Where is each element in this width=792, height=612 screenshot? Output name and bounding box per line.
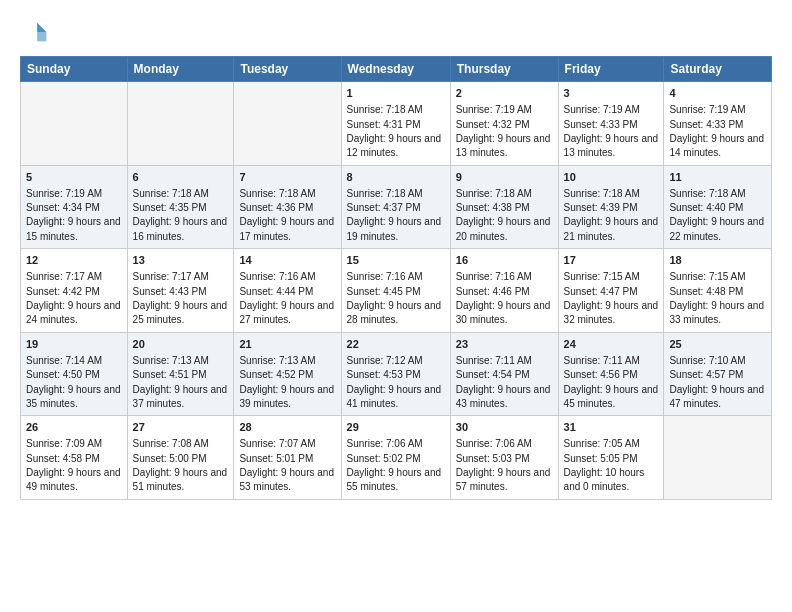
calendar-cell: 10 Sunrise: 7:18 AMSunset: 4:39 PMDaylig… xyxy=(558,165,664,249)
day-info: Sunrise: 7:11 AMSunset: 4:54 PMDaylight:… xyxy=(456,355,551,409)
day-info: Sunrise: 7:11 AMSunset: 4:56 PMDaylight:… xyxy=(564,355,659,409)
day-info: Sunrise: 7:06 AMSunset: 5:02 PMDaylight:… xyxy=(347,438,442,492)
day-number: 25 xyxy=(669,337,766,352)
day-number: 24 xyxy=(564,337,659,352)
calendar-cell: 2 Sunrise: 7:19 AMSunset: 4:32 PMDayligh… xyxy=(450,82,558,166)
day-number: 23 xyxy=(456,337,553,352)
day-info: Sunrise: 7:15 AMSunset: 4:47 PMDaylight:… xyxy=(564,271,659,325)
calendar-cell: 28 Sunrise: 7:07 AMSunset: 5:01 PMDaylig… xyxy=(234,416,341,500)
day-number: 30 xyxy=(456,420,553,435)
day-info: Sunrise: 7:17 AMSunset: 4:43 PMDaylight:… xyxy=(133,271,228,325)
logo-icon xyxy=(20,18,48,46)
calendar-cell: 20 Sunrise: 7:13 AMSunset: 4:51 PMDaylig… xyxy=(127,332,234,416)
day-number: 13 xyxy=(133,253,229,268)
calendar-cell: 24 Sunrise: 7:11 AMSunset: 4:56 PMDaylig… xyxy=(558,332,664,416)
calendar-cell: 13 Sunrise: 7:17 AMSunset: 4:43 PMDaylig… xyxy=(127,249,234,333)
calendar-cell: 18 Sunrise: 7:15 AMSunset: 4:48 PMDaylig… xyxy=(664,249,772,333)
day-number: 29 xyxy=(347,420,445,435)
calendar-cell xyxy=(664,416,772,500)
day-number: 9 xyxy=(456,170,553,185)
calendar-cell: 15 Sunrise: 7:16 AMSunset: 4:45 PMDaylig… xyxy=(341,249,450,333)
weekday-header: Wednesday xyxy=(341,57,450,82)
calendar-cell: 7 Sunrise: 7:18 AMSunset: 4:36 PMDayligh… xyxy=(234,165,341,249)
day-number: 19 xyxy=(26,337,122,352)
day-info: Sunrise: 7:19 AMSunset: 4:33 PMDaylight:… xyxy=(669,104,764,158)
weekday-header: Tuesday xyxy=(234,57,341,82)
day-number: 2 xyxy=(456,86,553,101)
day-info: Sunrise: 7:14 AMSunset: 4:50 PMDaylight:… xyxy=(26,355,121,409)
calendar-week-row: 5 Sunrise: 7:19 AMSunset: 4:34 PMDayligh… xyxy=(21,165,772,249)
calendar-header-row: SundayMondayTuesdayWednesdayThursdayFrid… xyxy=(21,57,772,82)
day-info: Sunrise: 7:17 AMSunset: 4:42 PMDaylight:… xyxy=(26,271,121,325)
weekday-header: Sunday xyxy=(21,57,128,82)
day-info: Sunrise: 7:10 AMSunset: 4:57 PMDaylight:… xyxy=(669,355,764,409)
day-number: 16 xyxy=(456,253,553,268)
day-number: 3 xyxy=(564,86,659,101)
day-number: 6 xyxy=(133,170,229,185)
calendar-cell: 12 Sunrise: 7:17 AMSunset: 4:42 PMDaylig… xyxy=(21,249,128,333)
day-number: 28 xyxy=(239,420,335,435)
day-info: Sunrise: 7:18 AMSunset: 4:31 PMDaylight:… xyxy=(347,104,442,158)
calendar-cell: 8 Sunrise: 7:18 AMSunset: 4:37 PMDayligh… xyxy=(341,165,450,249)
day-number: 27 xyxy=(133,420,229,435)
day-info: Sunrise: 7:18 AMSunset: 4:37 PMDaylight:… xyxy=(347,188,442,242)
day-number: 7 xyxy=(239,170,335,185)
day-number: 17 xyxy=(564,253,659,268)
calendar-cell: 27 Sunrise: 7:08 AMSunset: 5:00 PMDaylig… xyxy=(127,416,234,500)
calendar-cell: 9 Sunrise: 7:18 AMSunset: 4:38 PMDayligh… xyxy=(450,165,558,249)
calendar-cell: 17 Sunrise: 7:15 AMSunset: 4:47 PMDaylig… xyxy=(558,249,664,333)
header xyxy=(20,18,772,46)
day-number: 31 xyxy=(564,420,659,435)
calendar-table: SundayMondayTuesdayWednesdayThursdayFrid… xyxy=(20,56,772,500)
calendar-cell xyxy=(21,82,128,166)
calendar-cell: 26 Sunrise: 7:09 AMSunset: 4:58 PMDaylig… xyxy=(21,416,128,500)
calendar-cell: 19 Sunrise: 7:14 AMSunset: 4:50 PMDaylig… xyxy=(21,332,128,416)
calendar-cell: 31 Sunrise: 7:05 AMSunset: 5:05 PMDaylig… xyxy=(558,416,664,500)
calendar-cell: 30 Sunrise: 7:06 AMSunset: 5:03 PMDaylig… xyxy=(450,416,558,500)
day-number: 26 xyxy=(26,420,122,435)
day-info: Sunrise: 7:16 AMSunset: 4:45 PMDaylight:… xyxy=(347,271,442,325)
calendar-week-row: 26 Sunrise: 7:09 AMSunset: 4:58 PMDaylig… xyxy=(21,416,772,500)
day-info: Sunrise: 7:16 AMSunset: 4:46 PMDaylight:… xyxy=(456,271,551,325)
day-number: 21 xyxy=(239,337,335,352)
day-number: 1 xyxy=(347,86,445,101)
calendar-cell: 11 Sunrise: 7:18 AMSunset: 4:40 PMDaylig… xyxy=(664,165,772,249)
day-info: Sunrise: 7:15 AMSunset: 4:48 PMDaylight:… xyxy=(669,271,764,325)
calendar-cell: 23 Sunrise: 7:11 AMSunset: 4:54 PMDaylig… xyxy=(450,332,558,416)
day-info: Sunrise: 7:12 AMSunset: 4:53 PMDaylight:… xyxy=(347,355,442,409)
day-info: Sunrise: 7:18 AMSunset: 4:35 PMDaylight:… xyxy=(133,188,228,242)
calendar-cell: 14 Sunrise: 7:16 AMSunset: 4:44 PMDaylig… xyxy=(234,249,341,333)
calendar-cell: 6 Sunrise: 7:18 AMSunset: 4:35 PMDayligh… xyxy=(127,165,234,249)
calendar-week-row: 1 Sunrise: 7:18 AMSunset: 4:31 PMDayligh… xyxy=(21,82,772,166)
weekday-header: Friday xyxy=(558,57,664,82)
calendar-cell: 5 Sunrise: 7:19 AMSunset: 4:34 PMDayligh… xyxy=(21,165,128,249)
calendar-cell: 22 Sunrise: 7:12 AMSunset: 4:53 PMDaylig… xyxy=(341,332,450,416)
day-info: Sunrise: 7:13 AMSunset: 4:51 PMDaylight:… xyxy=(133,355,228,409)
calendar-week-row: 19 Sunrise: 7:14 AMSunset: 4:50 PMDaylig… xyxy=(21,332,772,416)
calendar-cell: 4 Sunrise: 7:19 AMSunset: 4:33 PMDayligh… xyxy=(664,82,772,166)
day-info: Sunrise: 7:13 AMSunset: 4:52 PMDaylight:… xyxy=(239,355,334,409)
day-number: 8 xyxy=(347,170,445,185)
day-info: Sunrise: 7:19 AMSunset: 4:32 PMDaylight:… xyxy=(456,104,551,158)
day-number: 11 xyxy=(669,170,766,185)
day-number: 5 xyxy=(26,170,122,185)
weekday-header: Monday xyxy=(127,57,234,82)
calendar-cell: 25 Sunrise: 7:10 AMSunset: 4:57 PMDaylig… xyxy=(664,332,772,416)
calendar-cell: 16 Sunrise: 7:16 AMSunset: 4:46 PMDaylig… xyxy=(450,249,558,333)
day-info: Sunrise: 7:18 AMSunset: 4:36 PMDaylight:… xyxy=(239,188,334,242)
day-info: Sunrise: 7:18 AMSunset: 4:40 PMDaylight:… xyxy=(669,188,764,242)
calendar-cell xyxy=(234,82,341,166)
svg-marker-1 xyxy=(37,32,46,41)
weekday-header: Saturday xyxy=(664,57,772,82)
calendar-week-row: 12 Sunrise: 7:17 AMSunset: 4:42 PMDaylig… xyxy=(21,249,772,333)
day-info: Sunrise: 7:19 AMSunset: 4:33 PMDaylight:… xyxy=(564,104,659,158)
day-number: 18 xyxy=(669,253,766,268)
logo xyxy=(20,18,52,46)
calendar-cell: 21 Sunrise: 7:13 AMSunset: 4:52 PMDaylig… xyxy=(234,332,341,416)
day-number: 4 xyxy=(669,86,766,101)
day-info: Sunrise: 7:06 AMSunset: 5:03 PMDaylight:… xyxy=(456,438,551,492)
day-number: 12 xyxy=(26,253,122,268)
day-info: Sunrise: 7:08 AMSunset: 5:00 PMDaylight:… xyxy=(133,438,228,492)
day-info: Sunrise: 7:19 AMSunset: 4:34 PMDaylight:… xyxy=(26,188,121,242)
day-number: 10 xyxy=(564,170,659,185)
